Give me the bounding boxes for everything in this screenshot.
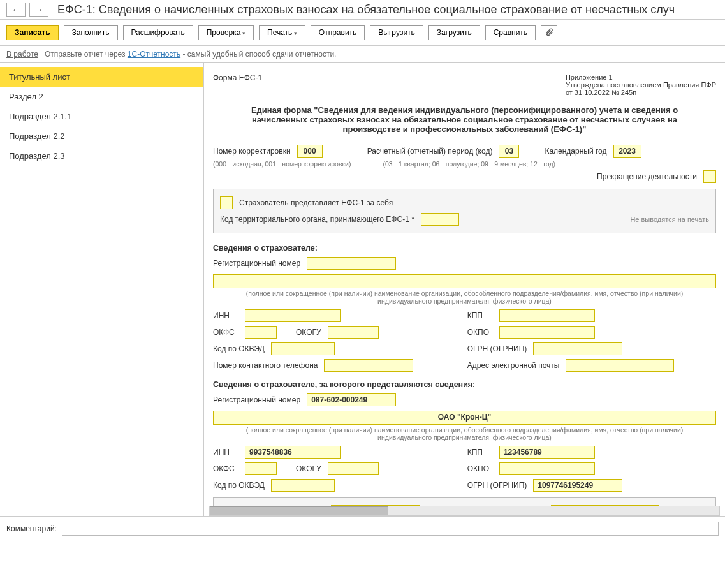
year-field[interactable]: 2023 <box>613 145 641 158</box>
phone-field[interactable] <box>324 359 413 372</box>
cease-checkbox[interactable] <box>703 170 716 183</box>
okogu-field[interactable] <box>328 326 379 339</box>
rep-ogrn-field[interactable]: 1097746195249 <box>533 479 622 492</box>
print-dropdown[interactable]: Печать <box>259 25 305 40</box>
email-field[interactable] <box>566 359 674 372</box>
nav-back-button[interactable]: ← <box>6 3 26 17</box>
compare-button[interactable]: Сравнить <box>485 25 536 40</box>
cease-label: Прекращение деятельности <box>597 172 697 181</box>
rep-kpp-field[interactable]: 123456789 <box>499 446 595 459</box>
sidebar: Титульный лист Раздел 2 Подраздел 2.1.1 … <box>0 63 204 516</box>
check-dropdown[interactable]: Проверка <box>198 25 254 40</box>
status-message: Отправьте отчет через 1С-Отчетность - са… <box>45 50 336 59</box>
okpo-field[interactable] <box>499 326 595 339</box>
save-button[interactable]: Записать <box>6 25 59 40</box>
comment-label: Комментарий: <box>6 524 57 533</box>
paperclip-icon <box>545 28 553 37</box>
rep-reg-num-field[interactable]: 087-602-000249 <box>307 393 396 406</box>
self-submit-group: Страхователь представляет ЕФС-1 за себя … <box>213 189 716 233</box>
decode-button[interactable]: Расшифровать <box>123 25 193 40</box>
correction-label: Номер корректировки <box>213 147 291 156</box>
rep-okogu-field[interactable] <box>328 462 379 475</box>
sidebar-item-subsection-2-3[interactable]: Подраздел 2.3 <box>0 146 203 166</box>
rep-name-field[interactable]: ОАО "Крон-Ц" <box>213 411 716 425</box>
rep-okfs-field[interactable] <box>245 462 277 475</box>
correction-field[interactable]: 000 <box>297 145 323 158</box>
insurer-name-hint: (полное или сокращенное (при наличии) на… <box>209 288 720 307</box>
approval-block: Приложение 1 Утверждена постановлением П… <box>566 73 716 96</box>
reg-num-label: Регистрационный номер <box>213 259 300 268</box>
self-submit-checkbox[interactable] <box>220 196 233 209</box>
sidebar-item-subsection-2-1-1[interactable]: Подраздел 2.1.1 <box>0 107 203 126</box>
rep-name-hint: (полное или сокращенное (при наличии) на… <box>209 425 720 444</box>
represented-section-title: Сведения о страхователе, за которого пре… <box>209 374 720 392</box>
insurer-name-field[interactable] <box>213 274 716 288</box>
insurer-section-title: Сведения о страхователе: <box>209 237 720 255</box>
ogrn-field[interactable] <box>533 342 622 355</box>
no-print-note-1: Не выводятся на печать <box>630 216 709 223</box>
sidebar-item-subsection-2-2[interactable]: Подраздел 2.2 <box>0 126 203 146</box>
fill-button[interactable]: Заполнить <box>64 25 118 40</box>
rep-okpo-field[interactable] <box>499 462 595 475</box>
okfs-field[interactable] <box>245 326 277 339</box>
inn-field[interactable] <box>245 309 341 322</box>
status-in-work[interactable]: В работе <box>6 50 38 59</box>
period-hint: (03 - 1 квартал; 06 - полугодие; 09 - 9 … <box>383 160 555 168</box>
horizontal-scrollbar-thumb[interactable] <box>210 506 388 515</box>
page-title: ЕФС-1: Сведения о начисленных страховых … <box>57 3 675 17</box>
rep-contact-group: Номер контактного телефона 1234567 Адрес… <box>213 497 716 506</box>
rep-reg-num-label: Регистрационный номер <box>213 395 300 404</box>
reg-num-field[interactable] <box>307 257 396 270</box>
territory-label: Код территориального органа, принимающег… <box>220 215 414 224</box>
form-label: Форма ЕФС-1 <box>213 73 262 96</box>
comment-input[interactable] <box>62 522 719 536</box>
horizontal-scrollbar[interactable] <box>209 506 720 516</box>
okved-field[interactable] <box>271 342 335 355</box>
attach-button[interactable] <box>541 25 557 40</box>
kpp-field[interactable] <box>499 309 595 322</box>
document-main-title: Единая форма "Сведения для ведения индив… <box>209 101 720 143</box>
import-button[interactable]: Загрузить <box>428 25 480 40</box>
export-button[interactable]: Выгрузить <box>370 25 423 40</box>
send-button[interactable]: Отправить <box>311 25 365 40</box>
sidebar-item-section-2[interactable]: Раздел 2 <box>0 87 203 107</box>
territory-field[interactable] <box>421 213 459 226</box>
period-label: Расчетный (отчетный) период (код) <box>367 147 493 156</box>
reporting-link[interactable]: 1С-Отчетность <box>128 50 180 59</box>
nav-forward-button[interactable]: → <box>29 3 48 17</box>
year-label: Календарный год <box>545 147 606 156</box>
rep-inn-field[interactable]: 9937548836 <box>245 446 341 459</box>
self-submit-label: Страхователь представляет ЕФС-1 за себя <box>239 198 393 207</box>
rep-okved-field[interactable] <box>271 479 335 492</box>
correction-hint: (000 - исходная, 001 - номер корректиров… <box>213 160 351 168</box>
document-content: Форма ЕФС-1 Приложение 1 Утверждена пост… <box>204 63 725 506</box>
period-field[interactable]: 03 <box>499 145 519 158</box>
sidebar-item-title-page[interactable]: Титульный лист <box>0 67 203 87</box>
